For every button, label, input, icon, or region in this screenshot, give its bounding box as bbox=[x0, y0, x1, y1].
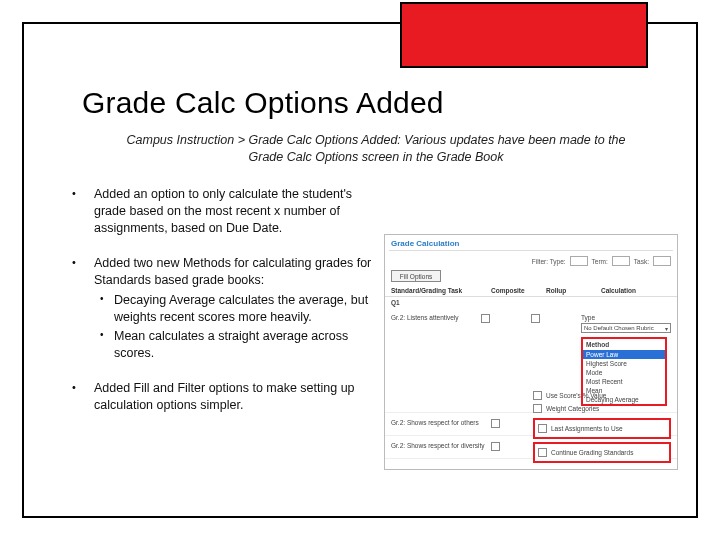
bullet-3: Added Fill and Filter options to make se… bbox=[72, 380, 372, 414]
filter-label: Filter: Type: bbox=[532, 258, 566, 265]
slide-title: Grade Calc Options Added bbox=[82, 86, 444, 120]
method-option: Highest Score bbox=[583, 359, 665, 368]
continue-grading-highlight: Continue Grading Standards bbox=[533, 442, 671, 463]
divider bbox=[389, 250, 673, 251]
bullet-list: Added an option to only calculate the st… bbox=[72, 186, 372, 432]
checkbox-icon bbox=[533, 404, 542, 413]
method-option: Most Recent bbox=[583, 377, 665, 386]
filter-task-field bbox=[653, 256, 671, 266]
checkbox-icon bbox=[491, 442, 500, 451]
row-grading-item: Gr.2: Shows respect for diversity bbox=[391, 442, 491, 450]
col-rollup: Rollup bbox=[546, 287, 601, 294]
checkbox-icon bbox=[533, 391, 542, 400]
filter-term-field bbox=[612, 256, 630, 266]
weight-cat-label: Weight Categories bbox=[546, 405, 599, 412]
screenshot-mock: Grade Calculation Filter: Type: Term: Ta… bbox=[384, 234, 678, 470]
use-score-row: Use Score's % Value bbox=[533, 389, 671, 402]
col-calculation: Calculation bbox=[601, 287, 671, 294]
slide-subtitle: Campus Instruction > Grade Calc Options … bbox=[116, 132, 636, 166]
bullet-2-sublist: Decaying Average calculates the average,… bbox=[94, 292, 372, 362]
checkbox-icon bbox=[531, 314, 540, 323]
method-option: Power Law bbox=[583, 350, 665, 359]
bullet-2-sub-2: Mean calculates a straight average acros… bbox=[94, 328, 372, 362]
bottom-highlight-stack: Use Score's % Value Weight Categories La… bbox=[533, 389, 671, 463]
row-grading-item: Gr.2: Shows respect for others bbox=[391, 419, 491, 427]
column-headers: Standard/Grading Task Composite Rollup C… bbox=[385, 285, 677, 297]
filter-type-field bbox=[570, 256, 588, 266]
bullet-2-sub-1: Decaying Average calculates the average,… bbox=[94, 292, 372, 326]
term-label: Term: bbox=[592, 258, 608, 265]
title-accent-block bbox=[400, 2, 648, 68]
method-option: Mode bbox=[583, 368, 665, 377]
weight-cat-row: Weight Categories bbox=[533, 402, 671, 415]
shot-title: Grade Calculation bbox=[385, 235, 677, 250]
method-header: Method bbox=[583, 339, 665, 350]
continue-label: Continue Grading Standards bbox=[551, 449, 633, 456]
task-label: Task: bbox=[634, 258, 649, 265]
bullet-2: Added two new Methods for calculating gr… bbox=[72, 255, 372, 362]
checkbox-icon bbox=[538, 424, 547, 433]
bullet-2-intro: Added two new Methods for calculating gr… bbox=[94, 256, 371, 287]
type-select: No Default Chosen Rubric bbox=[581, 323, 671, 333]
col-grading-item: Standard/Grading Task bbox=[391, 287, 491, 294]
type-label: Type bbox=[581, 314, 595, 321]
shot-filter-bar: Filter: Type: Term: Task: bbox=[385, 254, 677, 270]
row-grading-item: Gr.2: Listens attentively bbox=[391, 314, 481, 322]
use-score-label: Use Score's % Value bbox=[546, 392, 606, 399]
term-q1: Q1 bbox=[385, 297, 677, 308]
checkbox-icon bbox=[481, 314, 490, 323]
fill-options-button: Fill Options bbox=[391, 270, 441, 282]
bullet-1: Added an option to only calculate the st… bbox=[72, 186, 372, 237]
col-composite: Composite bbox=[491, 287, 546, 294]
checkbox-icon bbox=[491, 419, 500, 428]
fill-options-row: Fill Options bbox=[391, 270, 671, 282]
checkbox-icon bbox=[538, 448, 547, 457]
last-x-label: Last Assignments to Use bbox=[551, 425, 623, 432]
slide-frame: Grade Calc Options Added Campus Instruct… bbox=[22, 22, 698, 518]
last-assignments-highlight: Last Assignments to Use bbox=[533, 418, 671, 439]
